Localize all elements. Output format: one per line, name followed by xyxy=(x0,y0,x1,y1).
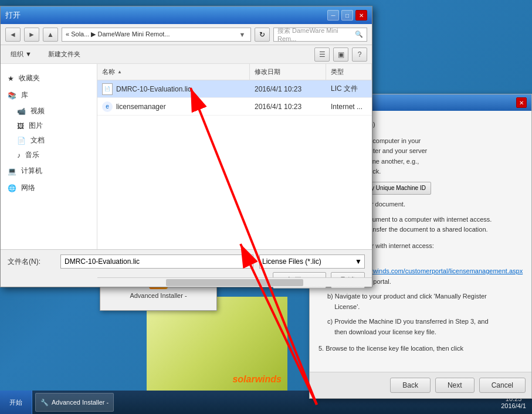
sidebar-favorites-label: 收藏夹 xyxy=(19,73,40,83)
search-placeholder: 搜索 DameWare Mini Rem... xyxy=(277,26,355,42)
taskbar-item-adv-installer[interactable]: 🔧 Advanced Installer - xyxy=(35,393,114,412)
library-icon: 📚 xyxy=(8,91,16,100)
views-button[interactable]: ☰ xyxy=(314,47,330,62)
help-button[interactable]: ? xyxy=(352,47,367,62)
file-name-cell-2: e licensemanager xyxy=(97,101,250,112)
license-back-button[interactable]: Back xyxy=(390,378,431,393)
address-bar-text: « Sola... ▶ DameWare Mini Remot... xyxy=(66,30,238,38)
sidebar-item-library[interactable]: 📚 库 xyxy=(1,87,97,104)
advanced-installer-label: Advanced Installer - xyxy=(130,292,187,299)
sidebar-music-label: 音乐 xyxy=(25,150,39,160)
filetype-select[interactable]: License Files (*.lic) ▼ xyxy=(259,254,365,269)
clock-date: 2016/4/1 xyxy=(501,402,526,409)
solarwinds-panel: solarwinds xyxy=(147,297,287,391)
sidebar-item-music[interactable]: ♪ 音乐 xyxy=(1,148,97,162)
titlebar-controls: ─ □ ✕ xyxy=(327,10,367,21)
column-date[interactable]: 修改日期 xyxy=(250,64,326,80)
sidebar-item-image[interactable]: 🖼 图片 xyxy=(1,118,97,133)
table-row[interactable]: 📄 DMRC-10-Evaluation.lic 2016/4/1 10:23 … xyxy=(97,80,372,98)
sidebar-item-network[interactable]: 🌐 网络 xyxy=(1,179,97,196)
column-name-label: 名称 xyxy=(102,67,115,76)
forward-button[interactable]: ► xyxy=(24,28,39,42)
file-dialog-titlebar: 打开 ─ □ ✕ xyxy=(1,6,372,24)
address-dropdown-icon[interactable]: ▼ xyxy=(238,31,247,38)
file-icon-web: e xyxy=(102,101,113,112)
sidebar: ★ 收藏夹 📚 库 📹 视频 🖼 图片 📄 文档 ♪ 音乐 xyxy=(1,64,97,249)
minimize-button[interactable]: ─ xyxy=(327,10,339,21)
license-cancel-button[interactable]: Cancel xyxy=(479,378,526,393)
sidebar-video-label: 视频 xyxy=(31,106,45,116)
taskbar-adv-label: Advanced Installer - xyxy=(52,399,109,406)
filename-input[interactable] xyxy=(60,254,253,269)
sidebar-library-label: 库 xyxy=(21,90,28,100)
back-icon: ◄ xyxy=(9,30,16,39)
sidebar-document-label: 文档 xyxy=(31,135,45,145)
license-step-4c: c) Provide the Machine ID you transferre… xyxy=(327,317,523,337)
dialog-content: ★ 收藏夹 📚 库 📹 视频 🖼 图片 📄 文档 ♪ 音乐 xyxy=(1,64,372,249)
file-name-cell: 📄 DMRC-10-Evaluation.lic xyxy=(97,83,250,95)
filetype-label: License Files (*.lic) xyxy=(262,257,321,266)
maximize-button[interactable]: □ xyxy=(341,10,353,21)
close-icon: ✕ xyxy=(359,12,364,19)
preview-pane-button[interactable]: ▣ xyxy=(333,47,348,62)
column-type[interactable]: 类型 xyxy=(326,64,372,80)
document-icon: 📄 xyxy=(17,137,26,145)
close-button[interactable]: ✕ xyxy=(355,10,367,21)
filename-label: 文件名(N): xyxy=(8,257,55,267)
breadcrumb-dameware: DameWare Mini Remot... xyxy=(97,30,170,38)
sidebar-image-label: 图片 xyxy=(29,121,43,131)
network-icon: 🌐 xyxy=(8,184,16,192)
close-icon: ✕ xyxy=(519,100,524,106)
column-date-label: 修改日期 xyxy=(255,67,280,76)
computer-icon: 💻 xyxy=(8,167,16,175)
file-list-header: 名称 ▲ 修改日期 类型 xyxy=(97,64,372,80)
minimize-icon: ─ xyxy=(331,12,335,19)
file-type-1: LIC 文件 xyxy=(326,84,372,94)
up-button[interactable]: ▲ xyxy=(43,28,58,42)
sidebar-network-label: 网络 xyxy=(21,183,35,193)
sidebar-item-document[interactable]: 📄 文档 xyxy=(1,133,97,148)
star-icon: ★ xyxy=(8,74,14,83)
organize-button[interactable]: 组织 ▼ xyxy=(5,47,37,62)
file-list: 名称 ▲ 修改日期 类型 📄 DMRC-10-Evaluation.lic xyxy=(97,64,372,249)
solarwinds-logo: solarwinds xyxy=(232,374,282,385)
new-folder-button[interactable]: 新建文件夹 xyxy=(43,47,86,62)
file-open-dialog: 打开 ─ □ ✕ ◄ ► ▲ « Sola... ▶ D xyxy=(0,6,372,287)
license-step-5-partial: 5. Browse to the license key file locati… xyxy=(318,344,523,354)
sidebar-item-video[interactable]: 📹 视频 xyxy=(1,104,97,118)
file-dialog-title: 打开 xyxy=(5,10,21,21)
filename-row: 文件名(N): License Files (*.lic) ▼ xyxy=(8,254,365,269)
breadcrumb-sola: « Sola... xyxy=(66,30,91,38)
column-name[interactable]: 名称 ▲ xyxy=(97,64,250,80)
refresh-icon: ↻ xyxy=(259,30,265,39)
file-icon-lic: 📄 xyxy=(102,83,113,95)
license-next-button[interactable]: Next xyxy=(435,378,475,393)
file-name-2: licensemanager xyxy=(116,103,166,111)
address-toolbar: ◄ ► ▲ « Sola... ▶ DameWare Mini Remot...… xyxy=(1,24,372,45)
video-icon: 📹 xyxy=(17,107,26,116)
sidebar-item-favorites[interactable]: ★ 收藏夹 xyxy=(1,70,97,87)
toolbar2-right: ☰ ▣ ? xyxy=(314,47,367,62)
help-icon: ? xyxy=(358,50,362,59)
views-icon: ☰ xyxy=(319,50,326,59)
start-button[interactable]: 开始 xyxy=(0,391,32,414)
sort-arrow: ▲ xyxy=(117,69,122,74)
music-icon: ♪ xyxy=(17,151,21,160)
search-icon: 🔍 xyxy=(355,30,363,38)
refresh-button[interactable]: ↻ xyxy=(255,28,270,42)
start-label: 开始 xyxy=(9,398,22,407)
license-dialog-close-button[interactable]: ✕ xyxy=(516,97,527,108)
search-bar[interactable]: 搜索 DameWare Mini Rem... 🔍 xyxy=(273,28,367,42)
back-button[interactable]: ◄ xyxy=(5,28,21,42)
license-step-4b: b) Navigate to your product and click 'M… xyxy=(327,291,523,312)
table-row[interactable]: e licensemanager 2016/4/1 10:23 Internet… xyxy=(97,98,372,116)
image-icon: 🖼 xyxy=(17,122,24,130)
file-date-2: 2016/4/1 10:23 xyxy=(250,103,326,111)
column-type-label: 类型 xyxy=(331,67,344,76)
sidebar-computer-label: 计算机 xyxy=(21,166,42,176)
address-bar[interactable]: « Sola... ▶ DameWare Mini Remot... ▼ xyxy=(62,28,251,42)
sidebar-item-computer[interactable]: 💻 计算机 xyxy=(1,162,97,179)
organize-toolbar: 组织 ▼ 新建文件夹 ☰ ▣ ? xyxy=(1,45,372,64)
up-icon: ▲ xyxy=(47,30,54,39)
license-dialog-footer: Back Next Cancel xyxy=(310,372,531,398)
